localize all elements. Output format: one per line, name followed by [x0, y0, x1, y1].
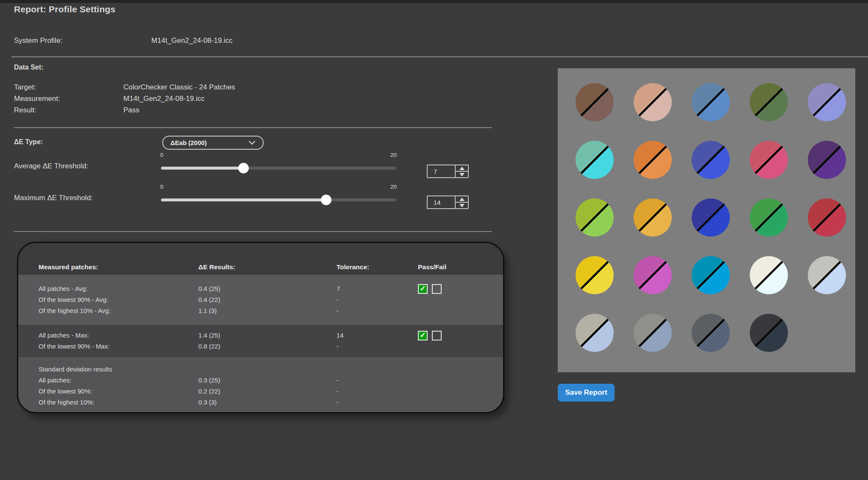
patch-blue — [692, 198, 730, 237]
column-header-de-results: ΔE Results: — [198, 262, 337, 273]
de-type-label: ΔE Type: — [14, 138, 43, 146]
system-profile-value: M14t_Gen2_24-08-19.icc — [151, 36, 233, 45]
column-header-measured-patches: Measured patches: — [39, 262, 198, 273]
table-group-1: All patches - Max:1.4 (25)14✓Of the lowe… — [18, 325, 503, 357]
separator-dataset — [14, 127, 492, 128]
row-de-result: 0.4 (25) — [198, 283, 337, 294]
average-threshold-slider[interactable] — [161, 167, 396, 170]
row-tolerance: - — [337, 305, 418, 316]
table-row: All patches:0.3 (25)- — [39, 375, 503, 386]
table-row: Of the highest 10%:0.3 (3)- — [39, 397, 503, 408]
separator-top — [11, 56, 868, 57]
patch-blue-sky — [692, 83, 730, 121]
patch-purplish-blue — [692, 141, 730, 179]
data-set-heading: Data Set: — [14, 64, 43, 71]
fail-checkbox-unchecked[interactable] — [432, 284, 442, 294]
patch-green — [750, 198, 788, 237]
row-de-result: 1.4 (25) — [198, 330, 337, 341]
target-label: Target: — [14, 83, 36, 92]
pass-checkbox-checked[interactable]: ✓ — [418, 331, 428, 340]
patch-purple — [808, 141, 846, 179]
row-tolerance: - — [337, 375, 418, 386]
average-spin-up-button[interactable] — [456, 165, 468, 172]
save-report-button[interactable]: Save Report — [558, 384, 615, 402]
patch-light-skin — [634, 83, 672, 121]
patch-neutral-6-5 — [576, 314, 614, 352]
row-de-result: 0.8 (22) — [198, 341, 337, 352]
checkmark-icon: ✓ — [420, 285, 426, 292]
window-top-edge — [0, 0, 868, 3]
separator-thresholds — [14, 231, 492, 232]
row-label: All patches - Avg: — [39, 283, 198, 294]
row-label: Of the highest 10% - Avg: — [39, 305, 198, 316]
maximum-slider-thumb[interactable] — [321, 195, 331, 205]
patch-red — [808, 198, 846, 237]
pass-checkbox-checked[interactable]: ✓ — [418, 284, 428, 294]
patch-neutral-5 — [634, 314, 672, 352]
row-tolerance: - — [337, 341, 418, 352]
maximum-spin-down-button[interactable] — [456, 203, 468, 208]
patch-dark-skin — [576, 83, 614, 121]
system-profile-label: System Profile: — [14, 36, 62, 45]
row-label: Standard deviation results — [39, 364, 198, 375]
row-tolerance: - — [337, 294, 418, 305]
patch-cyan — [692, 256, 730, 294]
table-row: Of the lowest 90% - Avg:0.4 (22)- — [39, 294, 503, 305]
patch-moderate-red — [750, 141, 788, 179]
row-label: Of the lowest 90%: — [39, 386, 198, 397]
table-row: All patches - Max:1.4 (25)14✓ — [39, 330, 503, 341]
results-table-header: Measured patches: ΔE Results: Tolerance:… — [18, 243, 503, 275]
result-value: Pass — [123, 106, 139, 114]
report-profile-settings-window: Report: Profile Settings System Profile:… — [0, 0, 868, 480]
maximum-threshold-spinbox: 14 — [427, 195, 469, 209]
row-de-result: 1.1 (3) — [198, 305, 337, 316]
average-threshold-value[interactable]: 7 — [428, 165, 455, 177]
average-slider-thumb[interactable] — [238, 163, 249, 173]
column-header-pass-fail: Pass/Fail — [418, 262, 503, 273]
patch-neutral-8 — [808, 256, 846, 294]
fail-checkbox-unchecked[interactable] — [432, 331, 442, 340]
maximum-threshold-value[interactable]: 14 — [428, 196, 455, 208]
arrow-up-icon — [459, 198, 465, 201]
table-group-0: All patches - Avg:0.4 (25)7✓Of the lowes… — [18, 275, 503, 325]
row-label: Of the highest 10%: — [39, 397, 198, 408]
table-row: Standard deviation results — [39, 364, 503, 375]
patch-bluish-green — [576, 141, 614, 179]
row-de-result: 0.3 (25) — [198, 375, 337, 386]
patch-orange — [634, 141, 672, 179]
results-table: Measured patches: ΔE Results: Tolerance:… — [17, 242, 504, 413]
arrow-down-icon — [459, 204, 465, 207]
maximum-threshold-slider[interactable] — [161, 198, 396, 201]
row-label: Of the lowest 90% - Avg: — [39, 294, 198, 305]
average-threshold-label: Average ΔE Threshold: — [14, 162, 88, 170]
maximum-spin-up-button[interactable] — [456, 196, 468, 203]
average-spin-down-button[interactable] — [456, 172, 468, 177]
row-tolerance: 7 — [337, 283, 418, 294]
row-label: Of the lowest 90% - Max: — [39, 341, 198, 352]
row-tolerance: - — [337, 386, 418, 397]
maximum-slider-max-label: 20 — [388, 184, 397, 190]
row-de-result: 0.2 (22) — [198, 386, 337, 397]
patch-foliage — [750, 83, 788, 121]
de-type-dropdown[interactable]: ΔEab (2000) — [162, 136, 264, 150]
row-de-result: 0.4 (22) — [198, 294, 337, 305]
column-header-tolerance: Tolerance: — [337, 262, 418, 273]
measurement-value: M14t_Gen2_24-08-19.icc — [123, 95, 205, 103]
patch-magenta — [634, 256, 672, 294]
checkmark-icon: ✓ — [420, 332, 426, 339]
table-row: All patches - Avg:0.4 (25)7✓ — [39, 283, 503, 294]
row-pass-fail-cell: ✓ — [418, 284, 503, 294]
patch-comparison-panel — [558, 68, 855, 372]
arrow-down-icon — [459, 173, 465, 176]
measurement-label: Measurement: — [14, 95, 60, 103]
row-pass-fail-cell: ✓ — [418, 331, 503, 340]
page-title: Report: Profile Settings — [14, 4, 115, 14]
table-row: Of the highest 10% - Avg:1.1 (3)- — [39, 305, 503, 316]
average-slider-max-label: 20 — [388, 152, 397, 158]
chevron-down-icon — [249, 138, 256, 145]
slider-fill — [161, 198, 326, 201]
patch-orange-yellow — [634, 198, 672, 237]
slider-fill — [161, 167, 243, 170]
row-label: All patches: — [39, 375, 198, 386]
patch-blue-flower — [808, 83, 846, 121]
